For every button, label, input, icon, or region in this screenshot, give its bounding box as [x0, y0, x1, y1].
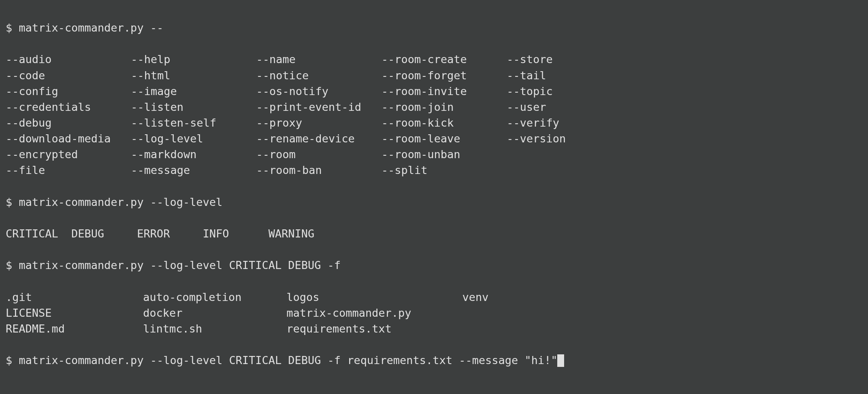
file-item: requirements.txt [287, 321, 462, 337]
option: --store [507, 51, 632, 67]
option: --help [131, 51, 256, 67]
option: --listen [131, 99, 256, 115]
option: --room [256, 146, 381, 162]
options-grid: --audio--help--name--room-create--store … [6, 51, 862, 178]
option: --listen-self [131, 115, 256, 131]
prompt-symbol: $ [6, 354, 12, 366]
option: --debug [6, 115, 131, 131]
option: --message [131, 162, 256, 178]
command-line-3: $ matrix-commander.py --log-level CRITIC… [6, 257, 862, 273]
option: --split [381, 162, 507, 178]
option: --rename-device [256, 131, 381, 146]
file-item [462, 305, 862, 321]
command-line-2: $ matrix-commander.py --log-level [6, 194, 862, 210]
option: --file [6, 162, 131, 178]
terminal[interactable]: $ matrix-commander.py -- --audio--help--… [0, 0, 868, 390]
command-1-text: matrix-commander.py -- [19, 21, 164, 34]
option: --image [131, 83, 256, 99]
command-3-text: matrix-commander.py --log-level CRITICAL… [19, 259, 341, 271]
option: --room-unban [381, 146, 507, 162]
command-line-1: $ matrix-commander.py -- [6, 20, 862, 36]
option: --os-notify [256, 83, 381, 99]
option: --log-level [131, 131, 256, 146]
option: --proxy [256, 115, 381, 131]
option [507, 162, 632, 178]
file-item: docker [143, 305, 287, 321]
option: --version [507, 131, 632, 146]
option: --tail [507, 68, 632, 83]
file-item [462, 321, 862, 337]
option: --html [131, 68, 256, 83]
prompt-symbol: $ [6, 196, 12, 208]
option: --audio [6, 51, 131, 67]
option: --user [507, 99, 632, 115]
option: --room-forget [381, 68, 507, 83]
option: --config [6, 83, 131, 99]
command-line-4[interactable]: $ matrix-commander.py --log-level CRITIC… [6, 352, 862, 368]
option: --code [6, 68, 131, 83]
option: --room-join [381, 99, 507, 115]
option: --room-create [381, 51, 507, 67]
option: --room-leave [381, 131, 507, 146]
file-item: .git [6, 289, 143, 305]
option: --room-kick [381, 115, 507, 131]
file-item: lintmc.sh [143, 321, 287, 337]
file-item: auto-completion [143, 289, 287, 305]
option: --name [256, 51, 381, 67]
option: --room-ban [256, 162, 381, 178]
prompt-symbol: $ [6, 21, 12, 34]
loglevel-list: CRITICAL DEBUG ERROR INFO WARNING [6, 226, 862, 241]
option: --markdown [131, 146, 256, 162]
command-2-text: matrix-commander.py --log-level [19, 196, 223, 208]
option: --download-media [6, 131, 131, 146]
command-4-text: matrix-commander.py --log-level CRITICAL… [19, 354, 558, 366]
option: --notice [256, 68, 381, 83]
option: --credentials [6, 99, 131, 115]
file-item: venv [462, 289, 862, 305]
option: --topic [507, 83, 632, 99]
option: --encrypted [6, 146, 131, 162]
prompt-symbol: $ [6, 259, 12, 271]
option: --print-event-id [256, 99, 381, 115]
file-item: README.md [6, 321, 143, 337]
option: --room-invite [381, 83, 507, 99]
option [507, 146, 632, 162]
option: --verify [507, 115, 632, 131]
files-grid: .gitauto-completionlogosvenv LICENSEdock… [6, 289, 862, 337]
file-item: matrix-commander.py [287, 305, 462, 321]
cursor [557, 354, 564, 367]
file-item: LICENSE [6, 305, 143, 321]
file-item: logos [287, 289, 462, 305]
